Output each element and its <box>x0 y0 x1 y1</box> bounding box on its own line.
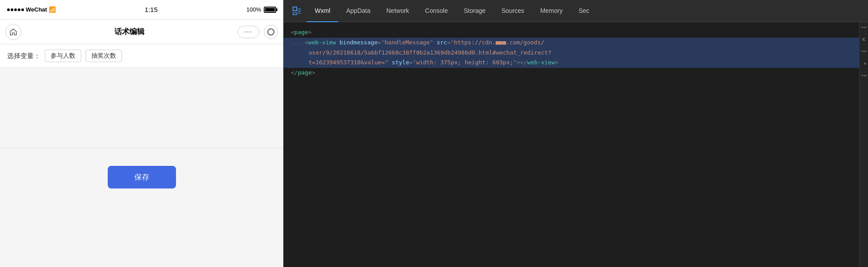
code-line-3: </page> <box>284 68 859 78</box>
inspector-icon <box>292 6 302 16</box>
status-bar: WeChat 📶 1:15 100% <box>0 0 283 20</box>
signal-dot-1 <box>7 8 10 11</box>
text-input-area[interactable] <box>0 68 283 148</box>
nav-right-buttons: ··· <box>238 25 278 39</box>
signal-dots <box>7 8 24 11</box>
carrier-label: WeChat <box>26 6 47 13</box>
tab-appdata[interactable]: AppData <box>338 0 378 22</box>
record-button[interactable] <box>264 25 278 39</box>
tab-storage[interactable]: Storage <box>456 0 493 22</box>
signal-dot-3 <box>14 8 17 11</box>
page-title: 话术编辑 <box>114 27 145 37</box>
status-left: WeChat 📶 <box>7 6 56 13</box>
code-line-2: ... <web-view bindmessage="handleMessage… <box>284 38 859 48</box>
code-area: <page> ... <web-view bindmessage="handle… <box>284 22 859 267</box>
tab-inspector[interactable] <box>287 0 307 22</box>
battery-percent: 100% <box>246 6 261 13</box>
tab-console[interactable]: Console <box>417 0 456 22</box>
variable-tag-lottery[interactable]: 抽奖次数 <box>86 50 122 62</box>
save-area: 保存 <box>0 148 283 197</box>
code-line-2b: user/9/20210618/5abbf12668c38ff0b2a1369d… <box>284 48 859 58</box>
svg-rect-0 <box>293 7 297 10</box>
battery-fill <box>265 8 275 12</box>
variable-row: 选择变量： 参与人数 抽奖次数 <box>0 44 283 68</box>
mobile-simulator: WeChat 📶 1:15 100% 话术编辑 ··· 选择变量： 参与人数 抽… <box>0 0 284 267</box>
devtools-content: <page> ... <web-view bindmessage="handle… <box>284 22 868 267</box>
home-icon <box>9 28 17 36</box>
sidebar-char-5: } <box>861 74 867 77</box>
tab-network[interactable]: Network <box>378 0 417 22</box>
ellipsis: ... <box>291 38 301 47</box>
sidebar-char-2: w <box>861 38 867 41</box>
tag-close-bracket: > <box>308 28 312 37</box>
tab-wxml[interactable]: Wxml <box>307 0 338 22</box>
home-button[interactable] <box>5 24 21 40</box>
tag-page-open: page <box>294 28 308 37</box>
sidebar-char-4: * <box>861 62 867 65</box>
variable-label: 选择变量： <box>7 52 40 60</box>
nav-bar: 话术编辑 ··· <box>0 20 283 44</box>
variable-tag-participants[interactable]: 参与人数 <box>45 50 81 62</box>
devtools-tabs: Wxml AppData Network Console Storage Sou… <box>284 0 868 22</box>
right-sidebar: } w } * } <box>859 22 868 267</box>
battery-icon <box>264 7 276 13</box>
devtools-panel: Wxml AppData Network Console Storage Sou… <box>284 0 868 267</box>
sidebar-char-1: } <box>861 26 867 29</box>
signal-dot-5 <box>21 8 24 11</box>
content-area: 选择变量： 参与人数 抽奖次数 保存 <box>0 44 283 267</box>
more-button[interactable]: ··· <box>238 26 259 38</box>
tab-memory[interactable]: Memory <box>532 0 571 22</box>
sidebar-char-3: } <box>861 50 867 53</box>
wifi-icon: 📶 <box>49 6 56 13</box>
signal-dot-4 <box>18 8 20 11</box>
save-button[interactable]: 保存 <box>108 166 176 188</box>
tab-security[interactable]: Sec <box>571 0 597 22</box>
status-time: 1:15 <box>145 6 157 13</box>
status-right: 100% <box>246 6 276 13</box>
tab-sources[interactable]: Sources <box>493 0 532 22</box>
code-line-2c: t=1623949537310&value=" style="width: 37… <box>284 58 859 68</box>
tag-open-bracket: < <box>291 28 294 37</box>
code-line-1: <page> <box>284 27 859 38</box>
signal-dot-2 <box>11 8 13 11</box>
